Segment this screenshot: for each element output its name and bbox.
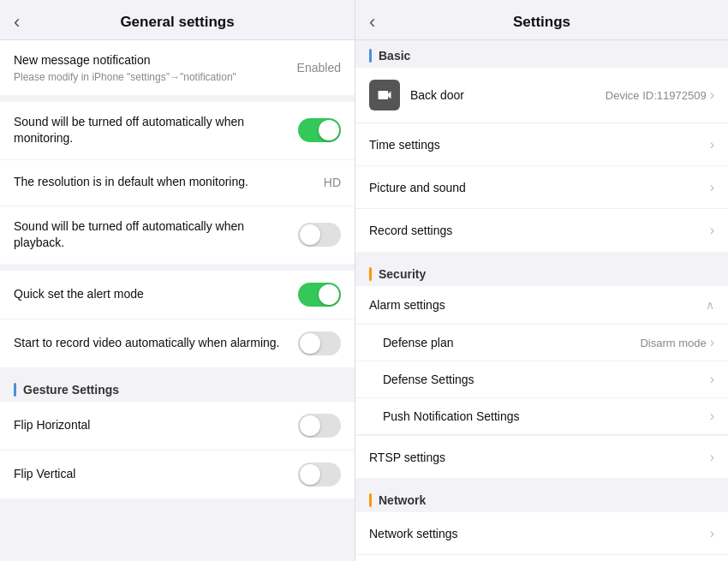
flip-horizontal-toggle[interactable] xyxy=(298,414,341,438)
right-back-button[interactable]: ‹ xyxy=(369,11,375,33)
gesture-section: Flip Horizontal Flip Vertical xyxy=(0,402,355,498)
defense-plan-label: Defense plan xyxy=(383,336,454,349)
sound-monitoring-row[interactable]: Sound will be turned off automatically w… xyxy=(0,102,355,160)
time-settings-chevron-icon: › xyxy=(710,137,714,152)
right-header: ‹ Settings xyxy=(355,0,728,40)
notification-row[interactable]: New message notification Please modify i… xyxy=(0,40,355,95)
gesture-section-label: Gesture Settings xyxy=(0,374,355,402)
network-label-text: Network xyxy=(379,493,426,507)
time-settings-label: Time settings xyxy=(369,138,440,152)
push-notification-row[interactable]: Push Notification Settings › xyxy=(355,398,728,435)
defense-settings-label: Defense Settings xyxy=(383,373,474,386)
left-header: ‹ General settings xyxy=(0,0,355,40)
network-label-bar xyxy=(369,493,372,507)
resolution-row[interactable]: The resolution is in default when monito… xyxy=(0,160,355,206)
network-settings-label: Network settings xyxy=(369,527,457,540)
right-panel: ‹ Settings Basic Back door Device ID xyxy=(355,0,728,561)
network-settings-row[interactable]: Network settings › xyxy=(355,512,728,555)
security-label-bar xyxy=(369,267,372,281)
sound-monitoring-label: Sound will be turned off automatically w… xyxy=(14,114,288,147)
security-label-text: Security xyxy=(379,267,426,281)
flip-horizontal-row[interactable]: Flip Horizontal xyxy=(0,402,355,451)
sound-section: Sound will be turned off automatically w… xyxy=(0,102,355,264)
rtsp-chevron-icon: › xyxy=(710,450,714,465)
rtsp-settings-label: RTSP settings xyxy=(369,451,445,464)
basic-label-bar xyxy=(369,49,372,63)
alert-section: Quick set the alert mode Start to record… xyxy=(0,271,355,367)
sound-playback-row[interactable]: Sound will be turned off automatically w… xyxy=(0,206,355,264)
flip-vertical-toggle[interactable] xyxy=(298,463,341,486)
resolution-value: HD xyxy=(324,176,341,189)
device-name: Back door xyxy=(410,88,464,102)
rtsp-settings-row[interactable]: RTSP settings › xyxy=(355,435,728,478)
record-settings-row[interactable]: Record settings › xyxy=(355,209,728,252)
alert-mode-toggle[interactable] xyxy=(298,283,341,307)
record-settings-chevron-icon: › xyxy=(710,223,714,238)
defense-plan-chevron-icon: › xyxy=(710,335,714,350)
network-settings-chevron-icon: › xyxy=(710,526,714,541)
basic-section: Back door Device ID:11972509 › Time sett… xyxy=(355,68,728,252)
basic-section-label: Basic xyxy=(355,40,728,68)
toggle-knob xyxy=(300,415,320,436)
security-section-label: Security xyxy=(355,259,728,286)
defense-settings-chevron-icon: › xyxy=(710,372,714,387)
record-settings-label: Record settings xyxy=(369,224,452,237)
flip-vertical-label: Flip Vertical xyxy=(14,466,288,483)
toggle-knob xyxy=(319,120,339,140)
device-id: Device ID:11972509 xyxy=(606,89,707,102)
toggle-knob xyxy=(319,284,339,305)
network-section: Network settings › Firmware update It's … xyxy=(355,512,728,561)
left-panel-title: General settings xyxy=(17,14,337,31)
alarm-settings-label: Alarm settings xyxy=(369,298,445,312)
gesture-label-bar xyxy=(14,383,16,397)
right-panel-title: Settings xyxy=(373,14,711,31)
network-section-label: Network xyxy=(355,485,728,512)
sound-monitoring-toggle[interactable] xyxy=(298,118,341,142)
firmware-update-row[interactable]: Firmware update It's already the latest … xyxy=(355,555,728,561)
notification-section: New message notification Please modify i… xyxy=(0,40,355,95)
left-settings-list: New message notification Please modify i… xyxy=(0,40,355,561)
resolution-label: The resolution is in default when monito… xyxy=(14,174,313,191)
right-settings-list: Basic Back door Device ID:11972509 › xyxy=(355,40,728,561)
time-settings-row[interactable]: Time settings › xyxy=(355,123,728,166)
sound-playback-toggle[interactable] xyxy=(298,223,341,247)
defense-plan-value: Disarm mode xyxy=(640,337,706,349)
notification-label: New message notification xyxy=(14,52,287,69)
toggle-knob xyxy=(300,464,320,485)
record-alarm-row[interactable]: Start to record video automatically when… xyxy=(0,319,355,367)
alarm-settings-header[interactable]: Alarm settings ∧ xyxy=(355,286,728,325)
alert-mode-label: Quick set the alert mode xyxy=(14,286,288,303)
gesture-label-text: Gesture Settings xyxy=(23,383,119,397)
security-section: Alarm settings ∧ Defense plan Disarm mod… xyxy=(355,286,728,478)
toggle-knob xyxy=(300,224,320,245)
toggle-knob xyxy=(300,333,320,354)
alert-mode-row[interactable]: Quick set the alert mode xyxy=(0,271,355,319)
basic-label-text: Basic xyxy=(379,49,410,63)
defense-settings-row[interactable]: Defense Settings › xyxy=(355,361,728,398)
notification-sublabel: Please modify in iPhone "settings"→"noti… xyxy=(14,71,287,83)
flip-vertical-row[interactable]: Flip Vertical xyxy=(0,451,355,498)
picture-sound-chevron-icon: › xyxy=(710,180,714,195)
picture-sound-row[interactable]: Picture and sound › xyxy=(355,166,728,209)
alarm-chevron-up-icon: ∧ xyxy=(706,298,714,312)
push-notification-label: Push Notification Settings xyxy=(383,409,520,423)
device-chevron-icon: › xyxy=(710,87,714,103)
left-panel: ‹ General settings New message notificat… xyxy=(0,0,355,561)
defense-plan-row[interactable]: Defense plan Disarm mode › xyxy=(355,325,728,361)
picture-sound-label: Picture and sound xyxy=(369,181,466,194)
left-back-button[interactable]: ‹ xyxy=(14,11,20,33)
device-icon xyxy=(369,80,400,110)
camera-svg xyxy=(376,87,393,104)
record-alarm-toggle[interactable] xyxy=(298,331,341,355)
record-alarm-label: Start to record video automatically when… xyxy=(14,335,288,352)
flip-horizontal-label: Flip Horizontal xyxy=(14,417,288,434)
sound-playback-label: Sound will be turned off automatically w… xyxy=(14,218,288,252)
push-notification-chevron-icon: › xyxy=(710,409,714,424)
device-row[interactable]: Back door Device ID:11972509 › xyxy=(355,68,728,123)
notification-value: Enabled xyxy=(297,61,341,75)
